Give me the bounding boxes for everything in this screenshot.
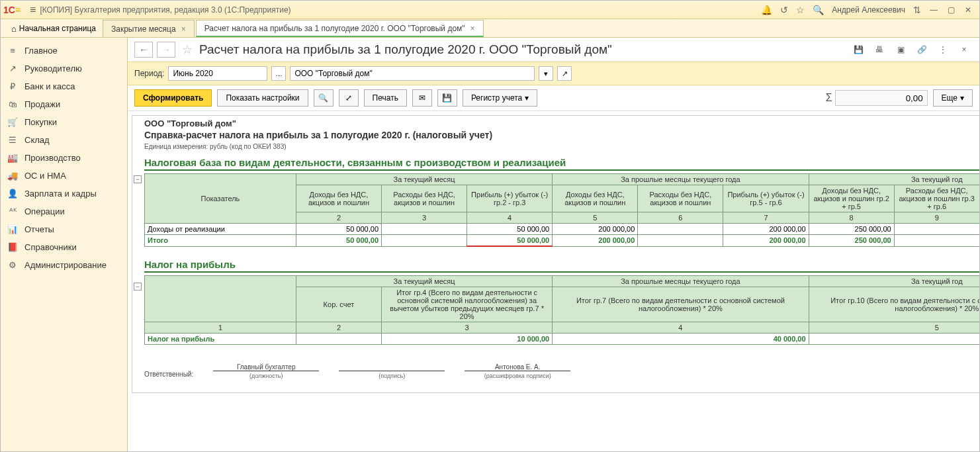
colgroup-past-months: За прошлые месяцы текущего года xyxy=(553,174,809,185)
print-button[interactable]: Печать xyxy=(364,89,407,107)
tab-close-icon[interactable]: × xyxy=(181,24,186,34)
nav-forward-button[interactable]: → xyxy=(157,42,175,58)
email-button[interactable]: ✉ xyxy=(412,89,432,107)
tab-label: Закрытие месяца xyxy=(111,24,176,34)
signature-caption: (подпись) xyxy=(339,371,445,379)
organization-input[interactable] xyxy=(290,66,535,81)
register-button[interactable]: Регистр учета ▾ xyxy=(463,89,537,107)
search-icon[interactable]: 🔍 xyxy=(813,5,824,15)
cell xyxy=(382,224,467,235)
close-button[interactable]: ✕ xyxy=(960,3,976,17)
cell xyxy=(894,224,979,235)
maximize-button[interactable]: ▢ xyxy=(943,3,959,17)
colnum: 3 xyxy=(382,212,467,224)
minimize-button[interactable]: — xyxy=(926,3,942,17)
chevron-down-icon: ▾ xyxy=(960,93,964,103)
save-icon[interactable]: 💾 xyxy=(851,43,866,56)
org-dropdown-button[interactable]: ▾ xyxy=(539,66,553,81)
sidebar-item-bank[interactable]: ₽Банк и касса xyxy=(1,77,127,95)
cell: 50 000,00 xyxy=(296,224,381,235)
cell: 40 000,00 xyxy=(553,334,809,345)
sidebar-item-label: Операции xyxy=(24,206,65,216)
show-settings-button[interactable]: Показать настройки xyxy=(217,89,308,107)
titlebar: 1C≡ ≡ [КОПИЯ] Бухгалтерия предприятия, р… xyxy=(1,1,979,19)
sidebar-item-sales[interactable]: 🛍Продажи xyxy=(1,95,127,113)
col-blank xyxy=(145,276,296,322)
collapse-section1-button[interactable]: − xyxy=(134,175,142,183)
ruble-icon: ₽ xyxy=(7,81,18,91)
tab-home[interactable]: ⌂ Начальная страница xyxy=(5,20,103,37)
period-picker-button[interactable]: … xyxy=(271,66,286,81)
sidebar-item-operations[interactable]: ᴬᴷОперации xyxy=(1,203,127,220)
responsible-label: Ответственный: xyxy=(144,371,193,379)
preview-icon[interactable]: ▣ xyxy=(893,43,908,56)
sidebar-item-label: Покупки xyxy=(24,117,57,127)
table-tax: За текущий месяц За прошлые месяцы текущ… xyxy=(144,275,979,345)
sidebar-item-warehouse[interactable]: ☰Склад xyxy=(1,131,127,149)
factory-icon: 🏭 xyxy=(7,153,18,163)
sidebar-item-reports[interactable]: 📊Отчеты xyxy=(1,220,127,238)
collapse-section2-button[interactable]: − xyxy=(134,283,142,291)
save-file-button[interactable]: 💾 xyxy=(437,89,457,107)
history-icon[interactable]: ↺ xyxy=(780,5,788,15)
tab-closing-month[interactable]: Закрытие месяца × xyxy=(103,20,195,37)
sidebar-item-production[interactable]: 🏭Производство xyxy=(1,149,127,167)
cell: 250 000,00 xyxy=(809,235,894,247)
col-h3: Итог гр.4 (Всего по видам деятельности с… xyxy=(382,287,553,322)
colnum: 7 xyxy=(723,212,809,224)
col-h6: Расходы без НДС, акцизов и пошлин xyxy=(638,185,723,212)
user-name[interactable]: Андрей Алексеевич xyxy=(832,5,905,15)
period-input[interactable] xyxy=(168,66,267,81)
close-page-icon[interactable]: × xyxy=(957,43,971,56)
sidebar-item-purchases[interactable]: 🛒Покупки xyxy=(1,113,127,131)
sidebar-item-assets[interactable]: 🚚ОС и НМА xyxy=(1,167,127,185)
favorite-icon[interactable]: ☆ xyxy=(182,42,193,57)
gear-icon: ⚙ xyxy=(7,260,18,270)
period-label: Период: xyxy=(134,69,164,78)
report-area[interactable]: ООО "Торговый дом" Справка-расчет налога… xyxy=(128,111,979,451)
print-icon[interactable]: 🖶 xyxy=(872,43,887,56)
table-tax-base: Показатель За текущий месяц За прошлые м… xyxy=(144,173,979,247)
toolbar: Сформировать Показать настройки 🔍 ⤢ Печа… xyxy=(128,85,979,111)
bell-icon[interactable]: 🔔 xyxy=(761,5,772,15)
sidebar-item-label: Отчеты xyxy=(24,224,54,234)
sidebar-item-admin[interactable]: ⚙Администрирование xyxy=(1,256,127,274)
kebab-icon[interactable]: ⋮ xyxy=(936,43,950,56)
link-icon[interactable]: 🔗 xyxy=(914,43,929,56)
colnum: 5 xyxy=(809,322,979,334)
org-open-button[interactable]: ↗ xyxy=(557,66,572,81)
bar-chart-icon: 📊 xyxy=(7,224,18,234)
cell: 200 000,00 xyxy=(723,235,809,247)
tab-home-label: Начальная страница xyxy=(19,24,96,33)
sidebar-item-manager[interactable]: ↗Руководителю xyxy=(1,60,127,77)
star-icon[interactable]: ☆ xyxy=(796,5,805,15)
sidebar-item-salary[interactable]: 👤Зарплата и кадры xyxy=(1,185,127,203)
tax-row: Налог на прибыль 10 000,00 40 000,00 50 … xyxy=(145,334,980,345)
cell xyxy=(296,334,381,345)
colnum: 5 xyxy=(553,212,638,224)
search-button[interactable]: 🔍 xyxy=(314,89,334,107)
expand-button[interactable]: ⤢ xyxy=(339,89,359,107)
sum-input[interactable] xyxy=(835,90,928,106)
colnum: 4 xyxy=(553,322,809,334)
sidebar-item-label: ОС и НМА xyxy=(24,171,66,181)
more-button[interactable]: Еще ▾ xyxy=(933,89,973,107)
cell: 50 000,00 xyxy=(467,235,553,247)
tab-close-icon[interactable]: × xyxy=(470,24,475,33)
chart-icon: ↗ xyxy=(7,64,18,73)
cell: 200 000,00 xyxy=(553,224,638,235)
sidebar-item-directories[interactable]: 📕Справочники xyxy=(1,238,127,256)
generate-button[interactable]: Сформировать xyxy=(134,89,212,107)
sidebar-item-main[interactable]: ≡Главное xyxy=(1,42,127,60)
sidebar-item-label: Банк и касса xyxy=(24,81,75,91)
cell xyxy=(638,224,723,235)
colgroup-current-month: За текущий месяц xyxy=(296,174,552,185)
tab-tax-report[interactable]: Расчет налога на прибыль за 1 полугодие … xyxy=(196,20,484,37)
hamburger-icon[interactable]: ≡ xyxy=(30,4,36,16)
cell: 200 000,00 xyxy=(723,224,809,235)
nav-back-button[interactable]: ← xyxy=(134,42,153,58)
filter-icon[interactable]: ⇅ xyxy=(913,5,921,15)
table-row: Доходы от реализации 50 000,00 50 000,00… xyxy=(145,224,980,235)
colgroup-past-months: За прошлые месяцы текущего года xyxy=(553,276,809,287)
col-indicator: Показатель xyxy=(145,174,296,224)
